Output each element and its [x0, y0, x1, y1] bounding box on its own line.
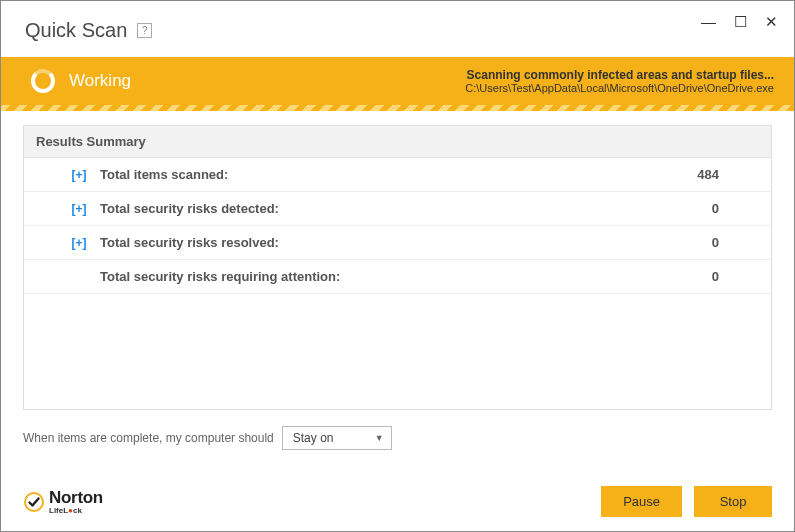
stop-button[interactable]: Stop — [694, 486, 772, 517]
scan-heading: Scanning commonly infected areas and sta… — [465, 68, 774, 82]
logo-text: Norton LifeL●ck — [49, 489, 103, 515]
results-summary: Results Summary [+] Total items scanned:… — [23, 125, 772, 410]
logo-sub-suffix: ck — [73, 506, 82, 515]
expand-toggle[interactable]: [+] — [64, 202, 94, 216]
table-row: [+] Total security risks detected: 0 — [24, 192, 771, 226]
content: Results Summary [+] Total items scanned:… — [1, 111, 794, 476]
completion-label: When items are complete, my computer sho… — [23, 431, 274, 445]
expand-toggle[interactable]: [+] — [64, 168, 94, 182]
titlebar: Quick Scan ? — ☐ ✕ — [1, 1, 794, 57]
row-value: 0 — [712, 201, 719, 216]
maximize-button[interactable]: ☐ — [734, 14, 747, 29]
logo-main: Norton — [49, 489, 103, 506]
row-label: Total security risks detected: — [100, 201, 279, 216]
close-button[interactable]: ✕ — [765, 14, 778, 29]
status-banner: Working Scanning commonly infected areas… — [1, 57, 794, 105]
status-text: Working — [69, 71, 131, 91]
logo-sub: LifeL●ck — [49, 507, 103, 515]
pause-button[interactable]: Pause — [601, 486, 682, 517]
banner-left: Working — [31, 69, 131, 93]
row-value: 0 — [712, 235, 719, 250]
row-value: 0 — [712, 269, 719, 284]
footer: Norton LifeL●ck Pause Stop — [1, 476, 794, 531]
table-row: Total security risks requiring attention… — [24, 260, 771, 294]
banner-right: Scanning commonly infected areas and sta… — [465, 68, 774, 94]
window-title: Quick Scan — [25, 19, 127, 42]
row-label: Total security risks resolved: — [100, 235, 279, 250]
table-row: [+] Total security risks resolved: 0 — [24, 226, 771, 260]
row-value: 484 — [697, 167, 719, 182]
spinner-icon — [31, 69, 55, 93]
checkmark-icon — [23, 491, 45, 513]
logo-sub-prefix: LifeL — [49, 506, 68, 515]
row-label: Total security risks requiring attention… — [100, 269, 340, 284]
table-row: [+] Total items scanned: 484 — [24, 158, 771, 192]
results-padding — [24, 294, 771, 409]
row-label: Total items scanned: — [100, 167, 228, 182]
minimize-button[interactable]: — — [701, 14, 716, 29]
results-header: Results Summary — [24, 126, 771, 158]
expand-toggle[interactable]: [+] — [64, 236, 94, 250]
scan-path: C:\Users\Test\AppData\Local\Microsoft\On… — [465, 82, 774, 94]
completion-select-wrap: Stay on ▼ — [282, 426, 392, 450]
window-controls: — ☐ ✕ — [701, 14, 778, 29]
help-button[interactable]: ? — [137, 23, 152, 38]
completion-setting: When items are complete, my computer sho… — [23, 426, 772, 450]
footer-buttons: Pause Stop — [601, 486, 772, 517]
titlebar-left: Quick Scan ? — [25, 19, 152, 42]
completion-select[interactable]: Stay on — [282, 426, 392, 450]
norton-logo: Norton LifeL●ck — [23, 489, 103, 515]
